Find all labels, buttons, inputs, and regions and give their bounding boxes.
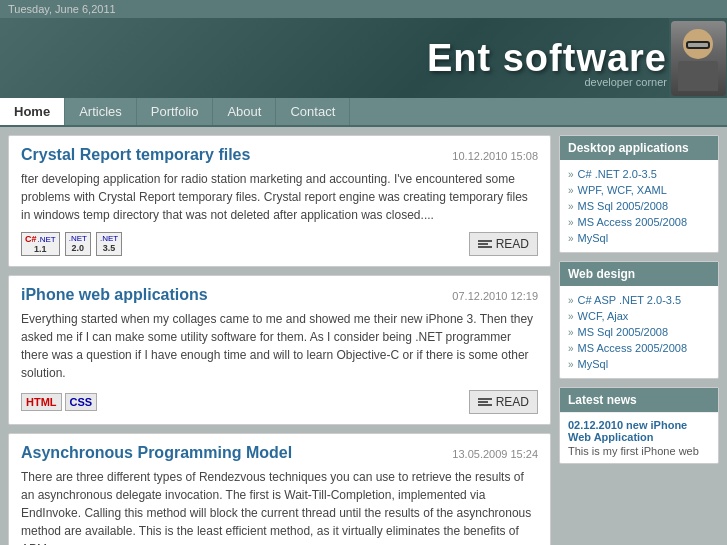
- article-card: Crystal Report temporary files 10.12.201…: [8, 135, 551, 267]
- sidebar-link[interactable]: » MySql: [568, 356, 710, 372]
- sidebar-desktop-apps: Desktop applications » C# .NET 2.0-3.5 »…: [559, 135, 719, 253]
- article-title[interactable]: Asynchronous Programming Model: [21, 444, 292, 462]
- sidebar-desktop-apps-content: » C# .NET 2.0-3.5 » WPF, WCF, XAML » MS …: [560, 160, 718, 252]
- top-bar: Tuesday, June 6,2011: [0, 0, 727, 18]
- sidebar-link-label: MySql: [578, 358, 609, 370]
- sidebar-web-design: Web design » C# ASP .NET 2.0-3.5 » WCF, …: [559, 261, 719, 379]
- article-card: iPhone web applications 07.12.2010 12:19…: [8, 275, 551, 425]
- sidebar-link[interactable]: » MS Sql 2005/2008: [568, 198, 710, 214]
- tag-html: HTML: [21, 393, 62, 411]
- sidebar-link[interactable]: » C# ASP .NET 2.0-3.5: [568, 292, 710, 308]
- article-tags: HTML CSS: [21, 393, 97, 411]
- article-tags: C#.NET 1.1 .NET 2.0 .NET 3.5: [21, 232, 124, 256]
- arrow-icon: »: [568, 169, 574, 180]
- arrow-icon: »: [568, 233, 574, 244]
- article-body: There are three different types of Rende…: [21, 468, 538, 545]
- avatar: [669, 18, 727, 98]
- nav-item-about[interactable]: About: [213, 98, 276, 125]
- article-title[interactable]: Crystal Report temporary files: [21, 146, 250, 164]
- arrow-icon: »: [568, 359, 574, 370]
- article-date: 07.12.2010 12:19: [452, 290, 538, 302]
- arrow-icon: »: [568, 311, 574, 322]
- nav-item-contact[interactable]: Contact: [276, 98, 350, 125]
- site-subtitle: developer corner: [584, 76, 667, 88]
- sidebar-latest-news: Latest news 02.12.2010 new iPhone Web Ap…: [559, 387, 719, 464]
- read-icon: [478, 398, 492, 406]
- avatar-head: [683, 29, 713, 59]
- article-header: Crystal Report temporary files 10.12.201…: [21, 146, 538, 164]
- article-header: iPhone web applications 07.12.2010 12:19: [21, 286, 538, 304]
- arrow-icon: »: [568, 217, 574, 228]
- avatar-image: [671, 21, 726, 96]
- avatar-glasses: [686, 41, 710, 49]
- article-footer: HTML CSS READ: [21, 390, 538, 414]
- sidebar-web-design-title: Web design: [560, 262, 718, 286]
- sidebar-link-label: WPF, WCF, XAML: [578, 184, 667, 196]
- article-card: Asynchronous Programming Model 13.05.200…: [8, 433, 551, 545]
- nav-item-portfolio[interactable]: Portfolio: [137, 98, 214, 125]
- arrow-icon: »: [568, 185, 574, 196]
- read-icon: [478, 240, 492, 248]
- read-button-1[interactable]: READ: [469, 232, 538, 256]
- avatar-body: [678, 61, 718, 91]
- sidebar-link-label: MySql: [578, 232, 609, 244]
- article-body: fter developing application for radio st…: [21, 170, 538, 224]
- sidebar-latest-news-title: Latest news: [560, 388, 718, 412]
- tag-net20: .NET 2.0: [65, 232, 91, 256]
- header: Ent software developer corner: [0, 18, 727, 98]
- nav-item-articles[interactable]: Articles: [65, 98, 137, 125]
- sidebar-link[interactable]: » MS Sql 2005/2008: [568, 324, 710, 340]
- arrow-icon: »: [568, 343, 574, 354]
- article-date: 10.12.2010 15:08: [452, 150, 538, 162]
- site-title: Ent software: [427, 37, 667, 80]
- sidebar-link[interactable]: » MS Access 2005/2008: [568, 340, 710, 356]
- latest-news-date[interactable]: 02.12.2010 new iPhone Web Application: [568, 419, 710, 443]
- sidebar-web-design-content: » C# ASP .NET 2.0-3.5 » WCF, Ajax » MS S…: [560, 286, 718, 378]
- sidebar-link[interactable]: » WCF, Ajax: [568, 308, 710, 324]
- sidebar-link-label: MS Access 2005/2008: [578, 216, 687, 228]
- sidebar-link-label: WCF, Ajax: [578, 310, 629, 322]
- article-body: Everything started when my collages came…: [21, 310, 538, 382]
- read-label: READ: [496, 395, 529, 409]
- sidebar-link[interactable]: » C# .NET 2.0-3.5: [568, 166, 710, 182]
- main-content: Crystal Report temporary files 10.12.201…: [0, 127, 727, 545]
- nav-item-home[interactable]: Home: [0, 98, 65, 125]
- sidebar-link-label: MS Sql 2005/2008: [578, 326, 669, 338]
- sidebar-link-label: MS Access 2005/2008: [578, 342, 687, 354]
- tag-cs-net11: C#.NET 1.1: [21, 232, 60, 256]
- article-footer: C#.NET 1.1 .NET 2.0 .NET 3.5: [21, 232, 538, 256]
- article-title[interactable]: iPhone web applications: [21, 286, 208, 304]
- latest-news-item: 02.12.2010 new iPhone Web Application Th…: [560, 412, 718, 463]
- sidebar-link-label: MS Sql 2005/2008: [578, 200, 669, 212]
- article-date: 13.05.2009 15:24: [452, 448, 538, 460]
- sidebar-desktop-apps-title: Desktop applications: [560, 136, 718, 160]
- arrow-icon: »: [568, 295, 574, 306]
- sidebar-link[interactable]: » MS Access 2005/2008: [568, 214, 710, 230]
- read-button-2[interactable]: READ: [469, 390, 538, 414]
- read-label: READ: [496, 237, 529, 251]
- sidebar: Desktop applications » C# .NET 2.0-3.5 »…: [559, 135, 719, 545]
- arrow-icon: »: [568, 327, 574, 338]
- sidebar-link-label: C# ASP .NET 2.0-3.5: [578, 294, 682, 306]
- article-header: Asynchronous Programming Model 13.05.200…: [21, 444, 538, 462]
- main-nav: Home Articles Portfolio About Contact: [0, 98, 727, 127]
- tag-net35: .NET 3.5: [96, 232, 122, 256]
- sidebar-link[interactable]: » MySql: [568, 230, 710, 246]
- tag-css: CSS: [65, 393, 98, 411]
- sidebar-link[interactable]: » WPF, WCF, XAML: [568, 182, 710, 198]
- sidebar-link-label: C# .NET 2.0-3.5: [578, 168, 657, 180]
- latest-news-desc: This is my first iPhone web: [568, 445, 710, 457]
- date-label: Tuesday, June 6,2011: [8, 3, 116, 15]
- arrow-icon: »: [568, 201, 574, 212]
- articles-column: Crystal Report temporary files 10.12.201…: [8, 135, 551, 545]
